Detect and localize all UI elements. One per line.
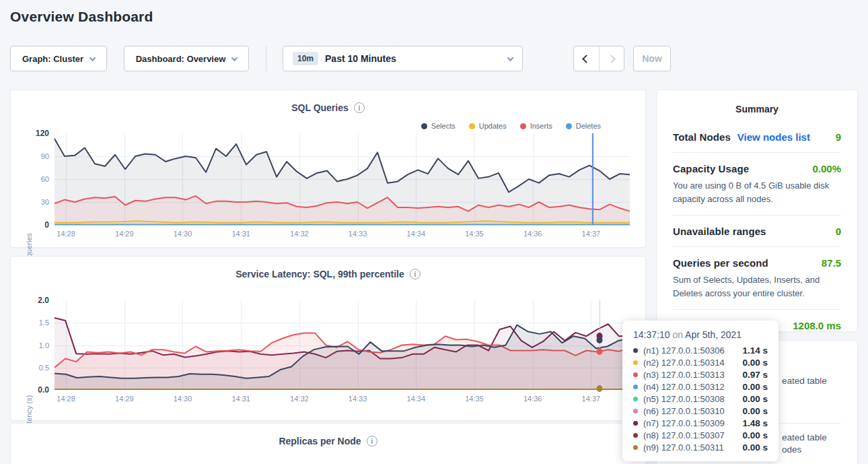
y-axis-tick: 30 xyxy=(41,198,49,206)
unavailable-ranges-label: Unavailable ranges xyxy=(673,226,766,237)
node-color-dot-icon xyxy=(633,348,638,353)
y-axis-tick: 2.0 xyxy=(38,296,49,305)
legend-dot-icon xyxy=(520,123,526,129)
graph-dropdown[interactable]: Graph: Cluster xyxy=(10,46,107,71)
x-axis-tick: 14:33 xyxy=(349,230,367,238)
tooltip-row: (n2) 127.0.0.1:503140.00 s xyxy=(633,356,768,368)
tooltip-row: (n9) 127.0.0.1:503110.00 s xyxy=(633,441,768,453)
summary-row-unavailable-ranges: Unavailable ranges 0 xyxy=(673,215,841,246)
y-axis-tick: 1.0 xyxy=(39,341,49,350)
y-axis-tick: 0.0 xyxy=(38,385,49,395)
node-color-dot-icon xyxy=(633,360,638,365)
tooltip-row: (n7) 127.0.0.1:503091.48 s xyxy=(633,417,768,429)
sql-queries-card: SQL Queries i SelectsUpdatesInsertsDelet… xyxy=(10,90,646,248)
legend-dot-icon xyxy=(421,123,427,129)
node-color-dot-icon xyxy=(633,445,638,450)
x-axis-tick: 14:35 xyxy=(465,230,484,238)
hover-point-marker xyxy=(596,337,602,343)
p99-latency-value: 1208.0 ms xyxy=(793,320,841,331)
legend-label: Selects xyxy=(431,122,456,130)
chevron-left-icon xyxy=(582,55,591,63)
x-axis-tick: 14:34 xyxy=(407,395,426,403)
event-text-fragment: odes xyxy=(782,444,801,455)
unavailable-ranges-value: 0 xyxy=(836,226,841,237)
hover-crosshair xyxy=(592,133,593,225)
dashboard-dropdown[interactable]: Dashboard: Overview xyxy=(124,46,249,71)
queries-per-second-value: 87.5 xyxy=(822,257,841,269)
node-color-dot-icon xyxy=(633,397,638,401)
sql-queries-chart-title: SQL Queries xyxy=(291,102,349,113)
y-axis-tick: 1.5 xyxy=(39,319,49,327)
tooltip-timestamp: 14:37:10 on Apr 5th, 2021 xyxy=(633,329,768,344)
time-nav-group xyxy=(573,46,624,71)
y-axis-tick: 60 xyxy=(41,175,49,183)
x-axis-tick: 14:32 xyxy=(290,230,309,238)
legend-dot-icon xyxy=(469,123,475,129)
tooltip-node-label: (n6) 127.0.0.1:50310 xyxy=(643,406,725,416)
y-axis-tick: 0.5 xyxy=(39,364,49,372)
controls-divider xyxy=(266,46,266,71)
tooltip-node-value: 0.00 s xyxy=(742,382,768,392)
info-icon[interactable]: i xyxy=(354,102,365,113)
x-axis-tick: 14:31 xyxy=(231,230,250,238)
legend-dot-icon xyxy=(566,123,572,129)
y-axis-tick: 90 xyxy=(41,152,49,160)
time-back-button[interactable] xyxy=(574,46,599,71)
node-color-dot-icon xyxy=(633,372,638,377)
tooltip-node-value: 1.14 s xyxy=(742,345,768,356)
x-axis-tick: 14:30 xyxy=(174,230,192,238)
overview-dashboard-page: Overview Dashboard Graph: Cluster Dashbo… xyxy=(0,0,868,464)
view-nodes-list-link[interactable]: View nodes list xyxy=(737,131,810,143)
tooltip-node-label: (n2) 127.0.0.1:50314 xyxy=(643,358,725,368)
legend-item-inserts[interactable]: Inserts xyxy=(520,122,552,130)
x-axis-tick: 14:30 xyxy=(174,395,192,403)
info-icon[interactable]: i xyxy=(410,269,421,279)
legend-item-selects[interactable]: Selects xyxy=(421,122,456,130)
node-color-dot-icon xyxy=(633,433,638,438)
replicas-per-node-chart-title: Replicas per Node xyxy=(279,436,361,446)
chevron-down-icon xyxy=(231,55,238,61)
hover-crosshair xyxy=(600,300,601,390)
time-forward-button[interactable] xyxy=(599,46,624,71)
chart-series-svg xyxy=(55,133,630,225)
tooltip-node-label: (n5) 127.0.0.1:50308 xyxy=(643,394,725,404)
service-latency-card: Service Latency: SQL, 99th percentile i … xyxy=(10,256,646,421)
tooltip-row: (n5) 127.0.0.1:503080.00 s xyxy=(633,393,768,405)
legend-label: Inserts xyxy=(530,122,552,130)
sql-queries-legend: SelectsUpdatesInsertsDeletes xyxy=(421,122,601,130)
x-axis-tick: 14:32 xyxy=(290,395,309,403)
x-axis-tick: 14:28 xyxy=(57,230,75,238)
tooltip-node-value: 0.00 s xyxy=(742,358,768,368)
total-nodes-value: 9 xyxy=(836,131,841,143)
summary-heading: Summary xyxy=(673,101,841,121)
tooltip-row: (n3) 127.0.0.1:503130.97 s xyxy=(633,368,768,380)
legend-item-updates[interactable]: Updates xyxy=(469,122,507,130)
capacity-usage-label: Capacity Usage xyxy=(673,163,749,174)
now-button[interactable]: Now xyxy=(633,46,671,71)
tooltip-node-label: (n3) 127.0.0.1:50313 xyxy=(643,370,725,380)
x-axis-tick: 14:29 xyxy=(115,395,134,403)
sql-queries-chart[interactable]: queries 14:2814:2914:3014:3114:3214:3314… xyxy=(55,133,630,225)
legend-label: Deletes xyxy=(576,122,601,130)
node-color-dot-icon xyxy=(633,409,638,413)
chart-series-svg xyxy=(55,300,630,390)
legend-item-deletes[interactable]: Deletes xyxy=(566,122,601,130)
queries-per-second-description: Sum of Selects, Updates, Inserts, and De… xyxy=(673,273,841,300)
summary-row-queries-per-second: Queries per second 87.5 Sum of Selects, … xyxy=(673,246,841,309)
tooltip-node-value: 0.00 s xyxy=(742,430,768,440)
tooltip-row: (n4) 127.0.0.1:503120.00 s xyxy=(633,380,768,393)
tooltip-node-value: 0.97 s xyxy=(742,370,768,380)
time-range-picker[interactable]: 10m Past 10 Minutes xyxy=(283,46,523,71)
service-latency-chart[interactable]: latency (s) 14:2814:2914:3014:3114:3214:… xyxy=(55,300,630,390)
event-text-fragment: eated table xyxy=(782,376,827,386)
chevron-down-icon xyxy=(89,55,96,61)
tooltip-node-value: 0.00 s xyxy=(742,406,768,416)
summary-panel: Summary Total Nodes View nodes list 9 Ca… xyxy=(656,90,858,332)
hover-point-marker xyxy=(596,348,602,355)
tooltip-row: (n6) 127.0.0.1:503100.00 s xyxy=(633,405,768,417)
x-axis-tick: 14:34 xyxy=(407,230,426,238)
info-icon[interactable]: i xyxy=(367,436,377,446)
tooltip-node-label: (n9) 127.0.0.1:50311 xyxy=(643,442,724,453)
tooltip-node-label: (n4) 127.0.0.1:50312 xyxy=(643,382,725,392)
x-axis-tick: 14:29 xyxy=(115,230,134,238)
